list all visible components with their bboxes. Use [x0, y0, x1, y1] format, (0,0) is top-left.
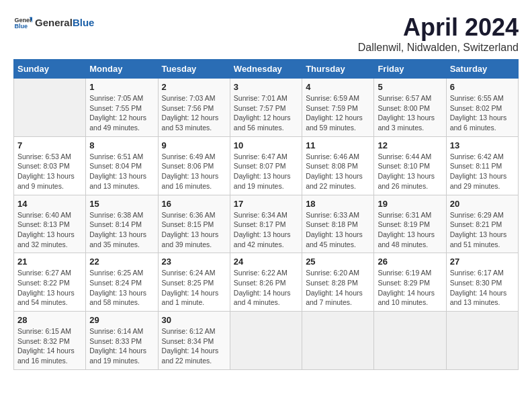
day-info: Sunrise: 6:40 AM Sunset: 8:13 PM Dayligh… — [17, 210, 82, 250]
calendar-cell: 13Sunrise: 6:42 AM Sunset: 8:11 PM Dayli… — [446, 136, 518, 195]
calendar-week-row: 14Sunrise: 6:40 AM Sunset: 8:13 PM Dayli… — [14, 195, 519, 253]
calendar-cell: 23Sunrise: 6:24 AM Sunset: 8:25 PM Dayli… — [158, 253, 230, 312]
day-number: 4 — [306, 82, 370, 92]
day-info: Sunrise: 6:25 AM Sunset: 8:24 PM Dayligh… — [89, 268, 154, 308]
day-number: 9 — [162, 140, 226, 150]
calendar-body: 1Sunrise: 7:05 AM Sunset: 7:55 PM Daylig… — [14, 79, 519, 370]
calendar-cell: 27Sunrise: 6:17 AM Sunset: 8:30 PM Dayli… — [446, 253, 518, 312]
calendar-week-row: 1Sunrise: 7:05 AM Sunset: 7:55 PM Daylig… — [14, 79, 519, 137]
day-header-wednesday: Wednesday — [230, 60, 302, 79]
calendar-cell: 14Sunrise: 6:40 AM Sunset: 8:13 PM Dayli… — [14, 195, 86, 253]
day-info: Sunrise: 6:19 AM Sunset: 8:29 PM Dayligh… — [378, 268, 442, 308]
calendar-cell: 3Sunrise: 7:01 AM Sunset: 7:57 PM Daylig… — [230, 79, 302, 137]
day-number: 3 — [234, 82, 298, 92]
day-info: Sunrise: 6:15 AM Sunset: 8:32 PM Dayligh… — [17, 326, 82, 366]
day-info: Sunrise: 6:29 AM Sunset: 8:21 PM Dayligh… — [450, 210, 515, 250]
day-info: Sunrise: 7:05 AM Sunset: 7:55 PM Dayligh… — [89, 93, 154, 133]
calendar-cell — [374, 312, 446, 370]
day-info: Sunrise: 6:55 AM Sunset: 8:02 PM Dayligh… — [450, 93, 515, 133]
day-info: Sunrise: 6:27 AM Sunset: 8:22 PM Dayligh… — [17, 268, 82, 308]
day-number: 27 — [450, 257, 515, 267]
calendar-cell — [14, 79, 86, 137]
calendar-cell: 18Sunrise: 6:33 AM Sunset: 8:18 PM Dayli… — [302, 195, 374, 253]
calendar-week-row: 7Sunrise: 6:53 AM Sunset: 8:03 PM Daylig… — [14, 136, 519, 195]
day-header-sunday: Sunday — [14, 60, 86, 79]
day-header-monday: Monday — [86, 60, 158, 79]
calendar-cell: 29Sunrise: 6:14 AM Sunset: 8:33 PM Dayli… — [86, 312, 158, 370]
calendar-cell: 22Sunrise: 6:25 AM Sunset: 8:24 PM Dayli… — [86, 253, 158, 312]
logo-blue-text: Blue — [73, 17, 95, 28]
calendar-cell: 17Sunrise: 6:34 AM Sunset: 8:17 PM Dayli… — [230, 195, 302, 253]
day-header-saturday: Saturday — [446, 60, 518, 79]
calendar-cell: 6Sunrise: 6:55 AM Sunset: 8:02 PM Daylig… — [446, 79, 518, 137]
day-info: Sunrise: 6:57 AM Sunset: 8:00 PM Dayligh… — [378, 93, 442, 133]
day-number: 29 — [89, 315, 154, 325]
day-number: 17 — [234, 199, 298, 209]
month-year-title: April 2024 — [358, 13, 519, 42]
calendar-header-row: SundayMondayTuesdayWednesdayThursdayFrid… — [14, 60, 519, 79]
calendar-table: SundayMondayTuesdayWednesdayThursdayFrid… — [13, 59, 519, 370]
day-info: Sunrise: 6:53 AM Sunset: 8:03 PM Dayligh… — [17, 152, 82, 191]
day-info: Sunrise: 6:14 AM Sunset: 8:33 PM Dayligh… — [89, 326, 154, 366]
logo-icon: General Blue — [13, 13, 32, 32]
day-info: Sunrise: 6:38 AM Sunset: 8:14 PM Dayligh… — [89, 210, 154, 250]
day-number: 22 — [89, 257, 154, 267]
calendar-cell: 9Sunrise: 6:49 AM Sunset: 8:06 PM Daylig… — [158, 136, 230, 195]
calendar-cell: 28Sunrise: 6:15 AM Sunset: 8:32 PM Dayli… — [14, 312, 86, 370]
logo-general-text: General — [35, 17, 73, 28]
calendar-week-row: 28Sunrise: 6:15 AM Sunset: 8:32 PM Dayli… — [14, 312, 519, 370]
day-number: 15 — [89, 199, 154, 209]
day-info: Sunrise: 6:22 AM Sunset: 8:26 PM Dayligh… — [234, 268, 298, 308]
page-header: General Blue GeneralBlue April 2024 Dall… — [13, 13, 519, 54]
day-info: Sunrise: 6:31 AM Sunset: 8:19 PM Dayligh… — [378, 210, 442, 250]
calendar-cell: 24Sunrise: 6:22 AM Sunset: 8:26 PM Dayli… — [230, 253, 302, 312]
day-number: 10 — [234, 140, 298, 150]
calendar-cell: 10Sunrise: 6:47 AM Sunset: 8:07 PM Dayli… — [230, 136, 302, 195]
day-header-thursday: Thursday — [302, 60, 374, 79]
day-number: 1 — [89, 82, 154, 92]
day-info: Sunrise: 6:36 AM Sunset: 8:15 PM Dayligh… — [162, 210, 226, 250]
day-info: Sunrise: 6:34 AM Sunset: 8:17 PM Dayligh… — [234, 210, 298, 250]
day-number: 30 — [162, 315, 226, 325]
calendar-cell: 8Sunrise: 6:51 AM Sunset: 8:04 PM Daylig… — [86, 136, 158, 195]
day-info: Sunrise: 6:46 AM Sunset: 8:08 PM Dayligh… — [306, 152, 370, 191]
day-info: Sunrise: 6:51 AM Sunset: 8:04 PM Dayligh… — [89, 152, 154, 191]
day-info: Sunrise: 6:17 AM Sunset: 8:30 PM Dayligh… — [450, 268, 515, 308]
day-number: 20 — [450, 199, 515, 209]
day-info: Sunrise: 6:49 AM Sunset: 8:06 PM Dayligh… — [162, 152, 226, 191]
day-header-friday: Friday — [374, 60, 446, 79]
calendar-cell: 4Sunrise: 6:59 AM Sunset: 7:59 PM Daylig… — [302, 79, 374, 137]
day-info: Sunrise: 6:44 AM Sunset: 8:10 PM Dayligh… — [378, 152, 442, 191]
day-info: Sunrise: 6:20 AM Sunset: 8:28 PM Dayligh… — [306, 268, 370, 308]
calendar-cell: 25Sunrise: 6:20 AM Sunset: 8:28 PM Dayli… — [302, 253, 374, 312]
calendar-cell: 20Sunrise: 6:29 AM Sunset: 8:21 PM Dayli… — [446, 195, 518, 253]
day-number: 2 — [162, 82, 226, 92]
day-number: 23 — [162, 257, 226, 267]
calendar-cell: 11Sunrise: 6:46 AM Sunset: 8:08 PM Dayli… — [302, 136, 374, 195]
day-number: 12 — [378, 140, 442, 150]
day-info: Sunrise: 7:01 AM Sunset: 7:57 PM Dayligh… — [234, 93, 298, 133]
svg-text:Blue: Blue — [14, 23, 28, 30]
calendar-cell: 5Sunrise: 6:57 AM Sunset: 8:00 PM Daylig… — [374, 79, 446, 137]
calendar-cell: 15Sunrise: 6:38 AM Sunset: 8:14 PM Dayli… — [86, 195, 158, 253]
title-area: April 2024 Dallenwil, Nidwalden, Switzer… — [358, 13, 519, 54]
day-number: 18 — [306, 199, 370, 209]
day-info: Sunrise: 6:33 AM Sunset: 8:18 PM Dayligh… — [306, 210, 370, 250]
logo: General Blue GeneralBlue — [13, 13, 94, 32]
day-number: 8 — [89, 140, 154, 150]
calendar-cell: 12Sunrise: 6:44 AM Sunset: 8:10 PM Dayli… — [374, 136, 446, 195]
svg-text:General: General — [14, 17, 32, 24]
day-number: 5 — [378, 82, 442, 92]
day-number: 16 — [162, 199, 226, 209]
day-info: Sunrise: 6:12 AM Sunset: 8:34 PM Dayligh… — [162, 326, 226, 366]
day-number: 14 — [17, 199, 82, 209]
calendar-cell: 7Sunrise: 6:53 AM Sunset: 8:03 PM Daylig… — [14, 136, 86, 195]
calendar-cell: 19Sunrise: 6:31 AM Sunset: 8:19 PM Dayli… — [374, 195, 446, 253]
day-info: Sunrise: 6:59 AM Sunset: 7:59 PM Dayligh… — [306, 93, 370, 133]
day-number: 25 — [306, 257, 370, 267]
day-info: Sunrise: 7:03 AM Sunset: 7:56 PM Dayligh… — [162, 93, 226, 133]
calendar-cell: 26Sunrise: 6:19 AM Sunset: 8:29 PM Dayli… — [374, 253, 446, 312]
day-number: 24 — [234, 257, 298, 267]
day-info: Sunrise: 6:42 AM Sunset: 8:11 PM Dayligh… — [450, 152, 515, 191]
day-number: 26 — [378, 257, 442, 267]
